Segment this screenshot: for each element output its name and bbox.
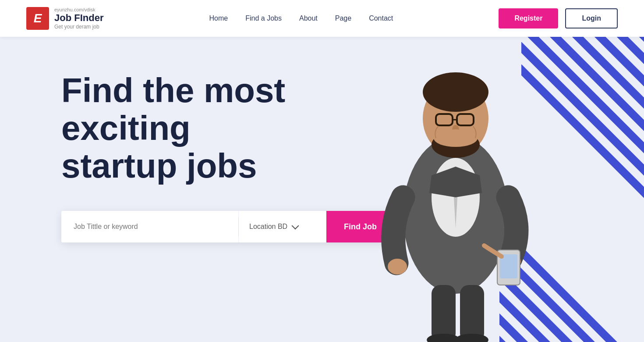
nav-contact[interactable]: Contact — [369, 14, 393, 22]
logo-text: eyunzhu.com/vdisk Job FInder Get your de… — [54, 7, 103, 30]
logo-area: E eyunzhu.com/vdisk Job FInder Get your … — [26, 7, 103, 30]
svg-point-27 — [434, 129, 478, 147]
svg-rect-32 — [432, 285, 456, 342]
search-keyword-input[interactable] — [61, 211, 238, 242]
search-bar: Location BD Find Job — [61, 211, 394, 242]
hero-content: Find the most exciting startup jobs Loca… — [61, 72, 394, 242]
hero-headline: Find the most exciting startup jobs — [61, 72, 368, 185]
nav-actions: Register Login — [499, 8, 618, 28]
nav-home[interactable]: Home — [209, 14, 228, 22]
svg-point-28 — [388, 259, 407, 274]
navbar: E eyunzhu.com/vdisk Job FInder Get your … — [0, 0, 644, 37]
register-button[interactable]: Register — [499, 8, 558, 28]
logo-source: eyunzhu.com/vdisk — [54, 7, 96, 12]
svg-rect-33 — [460, 285, 484, 342]
logo-subtitle: Get your deram job — [54, 24, 103, 30]
hero-section: Find the most exciting startup jobs Loca… — [0, 37, 644, 342]
chevron-down-icon — [292, 222, 299, 230]
nav-links: Home Find a Jobs About Page Contact — [209, 14, 393, 22]
nav-page[interactable]: Page — [335, 14, 351, 22]
svg-point-21 — [423, 72, 488, 112]
login-button[interactable]: Login — [565, 8, 618, 28]
location-dropdown[interactable]: Location BD — [239, 211, 326, 242]
hero-person-figure — [346, 57, 565, 342]
nav-find-jobs[interactable]: Find a Jobs — [245, 14, 282, 22]
logo-icon: E — [26, 7, 49, 30]
logo-title: Job FInder — [54, 12, 103, 24]
nav-about[interactable]: About — [299, 14, 318, 22]
